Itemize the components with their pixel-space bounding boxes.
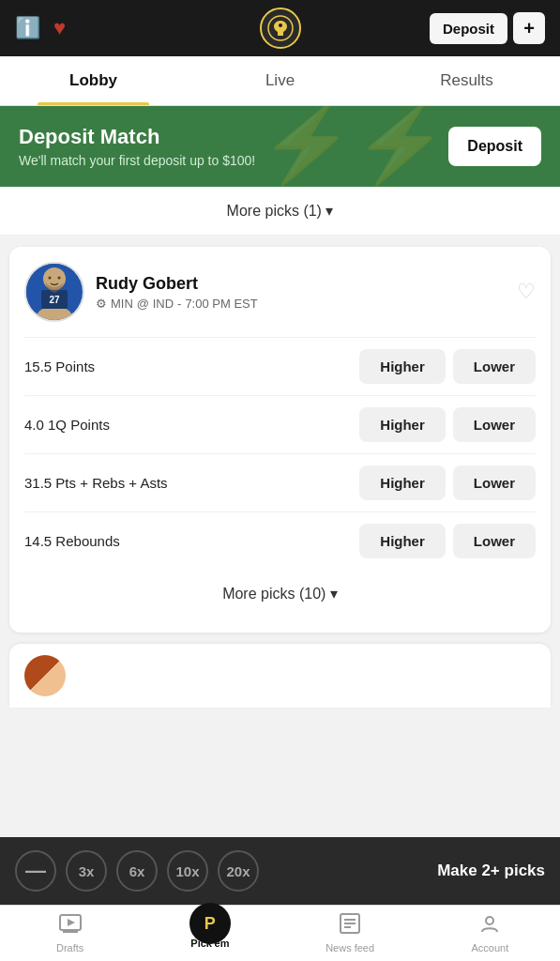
separator: -: [177, 297, 181, 311]
multiplier-20x[interactable]: 20x: [218, 850, 259, 892]
favorites-icon[interactable]: ♥: [53, 16, 66, 40]
deposit-button[interactable]: Deposit: [430, 13, 507, 44]
nav-tabs: Lobby Live Results: [0, 56, 560, 106]
player-header: 27 Rudy Gobert ⚙ MIN @ IND - 7:00 PM EST: [24, 262, 536, 322]
app-logo: [260, 8, 301, 49]
higher-button-rebounds[interactable]: Higher: [359, 524, 446, 558]
lower-button-1q-points[interactable]: Lower: [453, 407, 536, 442]
account-icon: [479, 913, 500, 939]
higher-button-points[interactable]: Higher: [359, 349, 446, 384]
team-icon: ⚙: [96, 297, 107, 311]
svg-point-3: [43, 267, 66, 290]
chevron-down-icon: ▾: [325, 203, 333, 219]
minus-button[interactable]: —: [15, 850, 56, 892]
nav-item-account[interactable]: Account: [420, 906, 560, 961]
stat-row-pts-rebs-asts: 31.5 Pts + Rebs + Asts Higher Lower: [24, 453, 536, 511]
svg-point-7: [58, 277, 61, 280]
stat-buttons-rebounds: Higher Lower: [359, 524, 536, 558]
deposit-match-banner: Deposit Match We'll match your first dep…: [0, 106, 560, 187]
player-name: Rudy Gobert: [96, 274, 258, 294]
newsfeed-label: News feed: [325, 942, 374, 953]
multiplier-bar: — 3x 6x 10x 20x Make 2+ picks: [0, 837, 560, 905]
drafts-icon: [59, 913, 82, 939]
multiplier-10x[interactable]: 10x: [167, 850, 208, 892]
more-picks-bottom-label: More picks (10): [222, 586, 325, 602]
more-picks-top-label: More picks (1): [227, 203, 322, 219]
stat-label-rebounds: 14.5 Rebounds: [24, 533, 120, 549]
player-game-time: 7:00 PM EST: [185, 297, 257, 311]
nav-item-drafts[interactable]: Drafts: [0, 906, 140, 961]
lower-button-pts-rebs-asts[interactable]: Lower: [453, 465, 536, 500]
lower-button-rebounds[interactable]: Lower: [453, 524, 536, 558]
higher-button-pts-rebs-asts[interactable]: Higher: [359, 465, 446, 500]
drafts-label: Drafts: [56, 942, 83, 953]
more-picks-top[interactable]: More picks (1) ▾: [0, 187, 560, 236]
header-right: Deposit +: [430, 12, 545, 44]
header-center: [260, 8, 301, 49]
stat-buttons-points: Higher Lower: [359, 349, 536, 384]
nav-item-newsfeed[interactable]: News feed: [280, 906, 420, 961]
tab-lobby[interactable]: Lobby: [0, 56, 187, 105]
more-picks-bottom[interactable]: More picks (10) ▾: [24, 570, 536, 618]
lower-button-points[interactable]: Lower: [453, 349, 536, 384]
bottom-nav: Drafts P Pick'em News feed Account: [0, 905, 560, 961]
svg-point-1: [279, 23, 282, 27]
player-details: Rudy Gobert ⚙ MIN @ IND - 7:00 PM EST: [96, 274, 258, 311]
stat-label-points: 15.5 Points: [24, 358, 95, 374]
next-card-peek: [9, 644, 551, 708]
svg-point-15: [486, 917, 493, 924]
plus-button[interactable]: +: [513, 12, 545, 44]
next-player-avatar: [24, 655, 66, 696]
multiplier-6x[interactable]: 6x: [116, 850, 158, 892]
multiplier-3x[interactable]: 3x: [66, 850, 107, 892]
stat-row-1q-points: 4.0 1Q Points Higher Lower: [24, 395, 536, 453]
header-left-icons: ℹ️ ♥: [15, 16, 66, 40]
info-icon[interactable]: ℹ️: [15, 16, 40, 40]
svg-marker-9: [68, 919, 75, 926]
banner-subtitle: We'll match your first deposit up to $10…: [19, 153, 255, 168]
player-meta: ⚙ MIN @ IND - 7:00 PM EST: [96, 297, 258, 311]
make-picks-cta: Make 2+ picks: [437, 862, 545, 880]
pickem-label: Pick'em: [190, 938, 229, 949]
lightning-decoration: ⚡⚡: [260, 106, 447, 181]
player-card-rudy-gobert: 27 Rudy Gobert ⚙ MIN @ IND - 7:00 PM EST: [9, 247, 551, 633]
stat-row-points: 15.5 Points Higher Lower: [24, 337, 536, 395]
favorite-player-icon[interactable]: ♡: [517, 280, 536, 304]
banner-title: Deposit Match: [19, 125, 255, 149]
player-info: 27 Rudy Gobert ⚙ MIN @ IND - 7:00 PM EST: [24, 262, 258, 322]
tab-live[interactable]: Live: [187, 56, 373, 105]
tab-results[interactable]: Results: [373, 56, 560, 105]
stat-label-1q-points: 4.0 1Q Points: [24, 417, 110, 433]
player-opponent: @ IND: [137, 297, 174, 311]
stat-row-rebounds: 14.5 Rebounds Higher Lower: [24, 511, 536, 570]
svg-point-6: [49, 277, 52, 280]
stat-label-pts-rebs-asts: 31.5 Pts + Rebs + Asts: [24, 475, 168, 491]
chevron-down-icon-bottom: ▾: [330, 586, 338, 602]
newsfeed-icon: [340, 913, 360, 939]
account-label: Account: [472, 942, 509, 953]
stat-buttons-1q-points: Higher Lower: [359, 407, 536, 442]
banner-deposit-button[interactable]: Deposit: [448, 127, 541, 166]
higher-button-1q-points[interactable]: Higher: [359, 407, 446, 442]
stat-buttons-pts-rebs-asts: Higher Lower: [359, 465, 536, 500]
top-header: ℹ️ ♥ Deposit +: [0, 0, 560, 56]
player-avatar: 27: [24, 262, 84, 322]
svg-text:27: 27: [49, 295, 60, 305]
player-team: MIN: [111, 297, 133, 311]
nav-item-pickem[interactable]: P Pick'em: [140, 906, 280, 961]
